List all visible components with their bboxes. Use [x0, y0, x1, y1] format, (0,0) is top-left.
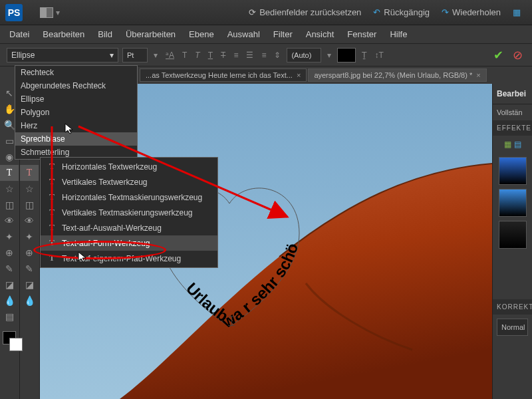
blend-mode-select[interactable]: Normal [497, 319, 528, 336]
type-tool[interactable]: T [0, 165, 19, 181]
underline-icon[interactable]: T [206, 51, 215, 60]
text-tool-label: Text-auf-Auswahl-Werkzeug [62, 223, 162, 233]
warp-text-icon[interactable]: Ṯ [360, 51, 368, 60]
bucket-tool[interactable]: 💧 [0, 293, 19, 309]
leading-value: (Auto) [291, 51, 311, 59]
menu-ansicht[interactable]: Ansicht [299, 27, 341, 42]
strikethrough-icon[interactable]: T [219, 51, 227, 60]
menu-hilfe[interactable]: Hilfe [383, 27, 414, 42]
text-tool-option[interactable]: THorizontales Textwerkzeug [41, 159, 217, 174]
type-icon: T [47, 162, 57, 172]
panel-mode[interactable]: Vollstän [493, 104, 532, 120]
layout-switch-icon[interactable] [40, 7, 53, 18]
menu-bild[interactable]: Bild [91, 27, 119, 42]
brush-tool[interactable]: ✎ [0, 261, 19, 277]
text-tool-option[interactable]: TVertikales Textmaskierungswerkzeug [41, 205, 217, 220]
reset-panels-button[interactable]: ⟳ Bedienfelder zurücksetzen [243, 5, 367, 20]
redo-icon: ↷ [442, 7, 449, 17]
text-tool-label: Text-auf-eigenem-Pfad-Werkzeug [62, 254, 181, 263]
text-tool-option[interactable]: TText-auf-Form-Werkzeug [41, 235, 217, 251]
tool-variant-11[interactable]: ✎ [20, 261, 39, 277]
cancel-icon[interactable]: ⊘ [510, 48, 525, 63]
leading-field[interactable]: (Auto) [287, 48, 321, 63]
effects-grid-icon[interactable]: ▦ [504, 140, 511, 149]
menubar: DateiBearbeitenBildÜberarbeitenEbeneAusw… [0, 25, 532, 44]
shape-option[interactable]: Sprechblase [15, 132, 137, 146]
text-color-swatch[interactable] [337, 48, 356, 63]
menu-ebene[interactable]: Ebene [182, 27, 221, 42]
align-center-icon[interactable]: ☰ [244, 51, 255, 60]
text-tool-option[interactable]: TText-auf-eigenem-Pfad-Werkzeug [41, 251, 217, 266]
close-icon[interactable]: × [476, 71, 480, 79]
type-icon: T [47, 238, 57, 248]
crop-tool[interactable]: ◫ [0, 197, 19, 213]
reset-panels-label: Bedienfelder zurücksetzen [259, 7, 361, 17]
antialias-icon[interactable]: ᵃA [164, 51, 176, 60]
align-left-icon[interactable]: ≡ [231, 51, 240, 60]
shape-option[interactable]: Abgerundetes Rechteck [15, 79, 137, 92]
faux-bold-icon[interactable]: T [180, 51, 189, 60]
chevron-down-icon: ▾ [110, 51, 114, 60]
shape-option[interactable]: Ellipse [15, 92, 137, 106]
effect-thumbnail[interactable] [499, 221, 527, 249]
effect-thumbnail[interactable] [499, 189, 527, 217]
tool-variant-12[interactable]: ◪ [20, 277, 39, 293]
text-tool-option[interactable]: TVertikales Textwerkzeug [41, 174, 217, 190]
close-icon[interactable]: × [297, 71, 301, 79]
background-color[interactable] [9, 338, 23, 351]
tool-variant-text[interactable]: T [20, 165, 39, 181]
text-orientation-icon[interactable]: ↕T [372, 51, 385, 60]
font-size-unit: Pt [127, 51, 134, 59]
redo-label: Wiederholen [452, 7, 501, 17]
document-tab[interactable]: ayerspart8.jpg bei 22,7% (Mein Urlaub, R… [308, 68, 486, 82]
effects-stack-icon[interactable]: ▤ [514, 140, 521, 149]
tool-variant-6[interactable]: ☆ [20, 181, 39, 197]
text-tool-label: Horizontales Textmaskierungswerkzeug [62, 193, 202, 202]
text-tool-label: Horizontales Textwerkzeug [62, 162, 157, 172]
menu-filter[interactable]: Filter [267, 27, 299, 42]
effects-header: EFFEKTE [493, 120, 532, 136]
commit-icon[interactable]: ✔ [491, 48, 506, 63]
tool-variant-8[interactable]: 👁 [20, 213, 39, 229]
menu-fenster[interactable]: Fenster [340, 27, 383, 42]
redeye-tool[interactable]: 👁 [0, 213, 19, 229]
heal-tool[interactable]: ⊕ [0, 245, 19, 261]
gradient-tool[interactable]: ▤ [0, 309, 19, 325]
tool-variant-7[interactable]: ◫ [20, 197, 39, 213]
text-tool-label: Vertikales Textwerkzeug [62, 178, 148, 187]
effect-thumbnail[interactable] [499, 157, 527, 185]
faux-italic-icon[interactable]: T [193, 51, 201, 60]
chevron-down-icon[interactable]: ▾ [152, 51, 160, 60]
shape-tool[interactable]: ☆ [0, 181, 19, 197]
type-icon: T [47, 223, 57, 233]
tool-variant-10[interactable]: ⊕ [20, 245, 39, 261]
panel-title: Bearbei [493, 84, 532, 104]
panel-grid-icon[interactable]: ▦ [507, 5, 527, 20]
shape-option[interactable]: Rechteck [15, 66, 137, 79]
menu-datei[interactable]: Datei [3, 27, 36, 42]
color-swatches[interactable] [0, 329, 19, 350]
wand-tool[interactable]: ✦ [0, 229, 19, 245]
menu-überarbeiten[interactable]: Überarbeiten [119, 27, 182, 42]
shape-option[interactable]: Polygon [15, 106, 137, 119]
text-tool-option[interactable]: THorizontales Textmaskierungswerkzeug [41, 190, 217, 205]
menu-bearbeiten[interactable]: Bearbeiten [36, 27, 91, 42]
undo-button[interactable]: ↶ Rückgängig [367, 5, 436, 20]
tool-variant-9[interactable]: ✦ [20, 229, 39, 245]
eraser-tool[interactable]: ◪ [0, 277, 19, 293]
shape-dropdown[interactable]: Ellipse ▾ [7, 48, 118, 63]
shape-option[interactable]: Herz [15, 119, 137, 132]
tool-variant-13[interactable]: 💧 [20, 293, 39, 309]
app-icon: PS [5, 4, 23, 21]
redo-button[interactable]: ↷ Wiederholen [436, 5, 507, 20]
shape-dropdown-value: Ellipse [11, 51, 35, 60]
align-right-icon[interactable]: ≡ [259, 51, 268, 60]
menu-auswahl[interactable]: Auswahl [221, 27, 267, 42]
undo-icon: ↶ [373, 7, 380, 17]
chevron-down-icon[interactable]: ▾ [325, 51, 333, 60]
text-tool-option[interactable]: TText-auf-Auswahl-Werkzeug [41, 220, 217, 235]
text-tool-label: Vertikales Textmaskierungswerkzeug [62, 208, 193, 217]
document-tab[interactable]: ...as Textwerkzeug Heute lerne ich das T… [140, 68, 307, 82]
font-size-field[interactable]: Pt [122, 48, 148, 63]
chevron-down-icon[interactable]: ▾ [56, 8, 60, 17]
